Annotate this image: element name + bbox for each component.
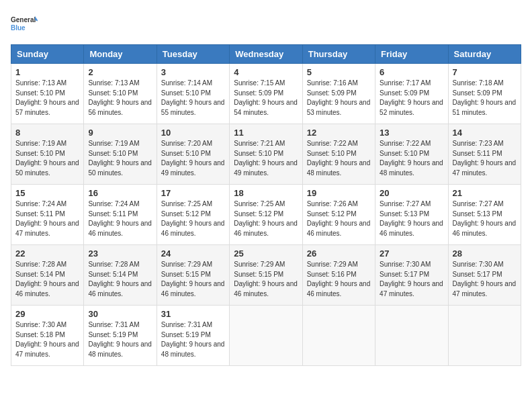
day-number: 13 bbox=[380, 128, 443, 138]
day-number: 29 bbox=[15, 309, 79, 319]
day-number: 8 bbox=[15, 128, 79, 138]
calendar-cell: 27 Sunrise: 7:30 AMSunset: 5:17 PMDaylig… bbox=[375, 245, 448, 306]
day-number: 26 bbox=[307, 248, 371, 259]
day-number: 20 bbox=[380, 188, 443, 198]
week-row-1: 1 Sunrise: 7:13 AMSunset: 5:10 PMDayligh… bbox=[11, 64, 521, 124]
day-info: Sunrise: 7:15 AMSunset: 5:09 PMDaylight:… bbox=[234, 79, 298, 116]
day-header-friday: Friday bbox=[375, 45, 448, 64]
day-number: 14 bbox=[453, 128, 517, 138]
calendar-cell bbox=[448, 306, 521, 366]
day-info: Sunrise: 7:13 AMSunset: 5:10 PMDaylight:… bbox=[88, 79, 152, 116]
day-number: 4 bbox=[234, 67, 298, 77]
header-row: SundayMondayTuesdayWednesdayThursdayFrid… bbox=[11, 45, 521, 64]
day-info: Sunrise: 7:20 AMSunset: 5:10 PMDaylight:… bbox=[161, 140, 225, 177]
day-number: 18 bbox=[234, 188, 298, 198]
calendar-cell: 17 Sunrise: 7:25 AMSunset: 5:12 PMDaylig… bbox=[157, 185, 229, 245]
calendar-cell: 18 Sunrise: 7:25 AMSunset: 5:12 PMDaylig… bbox=[230, 185, 302, 245]
week-row-5: 29 Sunrise: 7:30 AMSunset: 5:18 PMDaylig… bbox=[11, 306, 521, 366]
calendar-cell: 10 Sunrise: 7:20 AMSunset: 5:10 PMDaylig… bbox=[157, 124, 229, 185]
day-info: Sunrise: 7:25 AMSunset: 5:12 PMDaylight:… bbox=[234, 200, 298, 237]
day-number: 21 bbox=[453, 188, 517, 198]
calendar-cell: 7 Sunrise: 7:18 AMSunset: 5:09 PMDayligh… bbox=[448, 64, 521, 124]
calendar-cell: 30 Sunrise: 7:31 AMSunset: 5:19 PMDaylig… bbox=[84, 306, 157, 366]
calendar-cell: 12 Sunrise: 7:22 AMSunset: 5:10 PMDaylig… bbox=[302, 124, 375, 185]
day-info: Sunrise: 7:17 AMSunset: 5:09 PMDaylight:… bbox=[380, 79, 443, 116]
week-row-4: 22 Sunrise: 7:28 AMSunset: 5:14 PMDaylig… bbox=[11, 245, 521, 306]
day-header-wednesday: Wednesday bbox=[230, 45, 302, 64]
calendar-cell bbox=[230, 306, 302, 366]
calendar-cell: 28 Sunrise: 7:30 AMSunset: 5:17 PMDaylig… bbox=[448, 245, 521, 306]
calendar-cell: 11 Sunrise: 7:21 AMSunset: 5:10 PMDaylig… bbox=[230, 124, 302, 185]
calendar-cell: 13 Sunrise: 7:22 AMSunset: 5:10 PMDaylig… bbox=[375, 124, 448, 185]
day-number: 12 bbox=[307, 128, 371, 138]
day-header-thursday: Thursday bbox=[302, 45, 375, 64]
day-number: 9 bbox=[88, 128, 152, 138]
day-info: Sunrise: 7:26 AMSunset: 5:12 PMDaylight:… bbox=[307, 200, 371, 237]
day-info: Sunrise: 7:27 AMSunset: 5:13 PMDaylight:… bbox=[380, 200, 443, 237]
day-number: 7 bbox=[453, 67, 517, 77]
calendar-cell bbox=[302, 306, 375, 366]
day-info: Sunrise: 7:27 AMSunset: 5:13 PMDaylight:… bbox=[453, 200, 517, 237]
day-number: 10 bbox=[161, 128, 225, 138]
day-number: 1 bbox=[15, 67, 79, 77]
day-number: 2 bbox=[88, 67, 152, 77]
header: General Blue bbox=[11, 11, 521, 38]
day-info: Sunrise: 7:16 AMSunset: 5:09 PMDaylight:… bbox=[307, 79, 371, 116]
calendar-table: SundayMondayTuesdayWednesdayThursdayFrid… bbox=[11, 44, 521, 366]
day-info: Sunrise: 7:31 AMSunset: 5:19 PMDaylight:… bbox=[88, 321, 152, 358]
day-number: 5 bbox=[307, 67, 371, 77]
day-info: Sunrise: 7:13 AMSunset: 5:10 PMDaylight:… bbox=[15, 79, 79, 116]
day-info: Sunrise: 7:30 AMSunset: 5:17 PMDaylight:… bbox=[453, 261, 517, 298]
calendar-cell: 16 Sunrise: 7:24 AMSunset: 5:11 PMDaylig… bbox=[84, 185, 157, 245]
day-info: Sunrise: 7:14 AMSunset: 5:10 PMDaylight:… bbox=[161, 79, 225, 116]
day-header-sunday: Sunday bbox=[11, 45, 84, 64]
day-number: 31 bbox=[161, 309, 225, 319]
calendar-cell: 14 Sunrise: 7:23 AMSunset: 5:11 PMDaylig… bbox=[448, 124, 521, 185]
day-number: 17 bbox=[161, 188, 225, 198]
day-header-saturday: Saturday bbox=[448, 45, 521, 64]
day-info: Sunrise: 7:21 AMSunset: 5:10 PMDaylight:… bbox=[234, 140, 298, 177]
day-number: 19 bbox=[307, 188, 371, 198]
day-info: Sunrise: 7:25 AMSunset: 5:12 PMDaylight:… bbox=[161, 200, 225, 237]
day-info: Sunrise: 7:31 AMSunset: 5:19 PMDaylight:… bbox=[161, 321, 225, 358]
calendar-cell: 26 Sunrise: 7:29 AMSunset: 5:16 PMDaylig… bbox=[302, 245, 375, 306]
day-info: Sunrise: 7:28 AMSunset: 5:14 PMDaylight:… bbox=[15, 261, 79, 298]
day-header-tuesday: Tuesday bbox=[157, 45, 229, 64]
calendar-cell bbox=[375, 306, 448, 366]
calendar-cell: 22 Sunrise: 7:28 AMSunset: 5:14 PMDaylig… bbox=[11, 245, 84, 306]
calendar-cell: 9 Sunrise: 7:19 AMSunset: 5:10 PMDayligh… bbox=[84, 124, 157, 185]
day-info: Sunrise: 7:22 AMSunset: 5:10 PMDaylight:… bbox=[307, 140, 371, 177]
day-number: 25 bbox=[234, 248, 298, 259]
week-row-2: 8 Sunrise: 7:19 AMSunset: 5:10 PMDayligh… bbox=[11, 124, 521, 185]
calendar-cell: 24 Sunrise: 7:29 AMSunset: 5:15 PMDaylig… bbox=[157, 245, 229, 306]
calendar-cell: 8 Sunrise: 7:19 AMSunset: 5:10 PMDayligh… bbox=[11, 124, 84, 185]
calendar-cell: 3 Sunrise: 7:14 AMSunset: 5:10 PMDayligh… bbox=[157, 64, 229, 124]
day-info: Sunrise: 7:29 AMSunset: 5:15 PMDaylight:… bbox=[234, 261, 298, 298]
calendar-cell: 2 Sunrise: 7:13 AMSunset: 5:10 PMDayligh… bbox=[84, 64, 157, 124]
calendar-cell: 15 Sunrise: 7:24 AMSunset: 5:11 PMDaylig… bbox=[11, 185, 84, 245]
week-row-3: 15 Sunrise: 7:24 AMSunset: 5:11 PMDaylig… bbox=[11, 185, 521, 245]
svg-text:General: General bbox=[11, 16, 36, 24]
logo: General Blue bbox=[11, 11, 38, 38]
day-number: 16 bbox=[88, 188, 152, 198]
day-number: 28 bbox=[453, 248, 517, 259]
day-info: Sunrise: 7:22 AMSunset: 5:10 PMDaylight:… bbox=[380, 140, 443, 177]
day-number: 24 bbox=[161, 248, 225, 259]
day-header-monday: Monday bbox=[84, 45, 157, 64]
calendar-cell: 4 Sunrise: 7:15 AMSunset: 5:09 PMDayligh… bbox=[230, 64, 302, 124]
svg-text:Blue: Blue bbox=[11, 24, 26, 32]
calendar-cell: 21 Sunrise: 7:27 AMSunset: 5:13 PMDaylig… bbox=[448, 185, 521, 245]
calendar-cell: 19 Sunrise: 7:26 AMSunset: 5:12 PMDaylig… bbox=[302, 185, 375, 245]
day-info: Sunrise: 7:18 AMSunset: 5:09 PMDaylight:… bbox=[453, 79, 517, 116]
day-info: Sunrise: 7:30 AMSunset: 5:18 PMDaylight:… bbox=[15, 321, 79, 358]
day-info: Sunrise: 7:24 AMSunset: 5:11 PMDaylight:… bbox=[88, 200, 152, 237]
calendar-cell: 6 Sunrise: 7:17 AMSunset: 5:09 PMDayligh… bbox=[375, 64, 448, 124]
calendar-cell: 20 Sunrise: 7:27 AMSunset: 5:13 PMDaylig… bbox=[375, 185, 448, 245]
calendar-cell: 31 Sunrise: 7:31 AMSunset: 5:19 PMDaylig… bbox=[157, 306, 229, 366]
day-info: Sunrise: 7:29 AMSunset: 5:16 PMDaylight:… bbox=[307, 261, 371, 298]
calendar-cell: 25 Sunrise: 7:29 AMSunset: 5:15 PMDaylig… bbox=[230, 245, 302, 306]
calendar-cell: 23 Sunrise: 7:28 AMSunset: 5:14 PMDaylig… bbox=[84, 245, 157, 306]
day-number: 27 bbox=[380, 248, 443, 259]
day-number: 3 bbox=[161, 67, 225, 77]
day-number: 15 bbox=[15, 188, 79, 198]
